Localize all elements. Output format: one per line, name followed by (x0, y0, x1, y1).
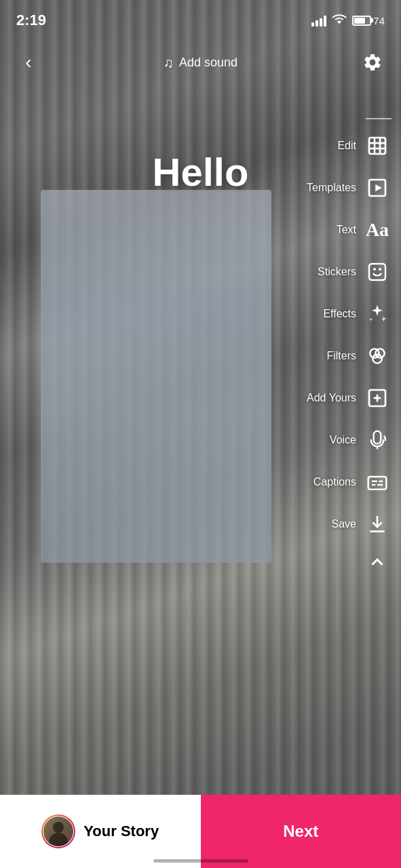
gear-icon (362, 52, 383, 73)
text-icon: Aa (363, 216, 392, 244)
templates-label: Templates (307, 182, 356, 194)
music-icon: ♫ (164, 55, 174, 71)
signal-icon (311, 14, 326, 26)
save-label: Save (332, 518, 356, 530)
save-icon (363, 510, 392, 538)
toolbar-save-item[interactable]: Save (328, 503, 396, 545)
captions-label: Captions (313, 476, 356, 488)
add-sound-label: Add sound (179, 56, 237, 70)
addyours-icon (363, 384, 392, 412)
back-button[interactable]: ‹ (14, 47, 43, 77)
battery-icon: 74 (352, 15, 385, 26)
right-toolbar: Edit Templates Text Aa Stickers (303, 115, 396, 576)
svg-point-12 (373, 354, 381, 363)
separator (366, 118, 392, 119)
status-time: 2:19 (16, 12, 46, 29)
edit-icon (363, 132, 392, 160)
effects-label: Effects (323, 308, 356, 320)
your-story-label: Your Story (83, 823, 159, 840)
settings-button[interactable] (358, 47, 387, 77)
back-arrow-icon: ‹ (25, 52, 31, 73)
status-icons: 74 (311, 13, 385, 28)
chevron-up-button[interactable] (363, 548, 392, 576)
avatar-ring (41, 814, 75, 848)
toolbar-filters-item[interactable]: Filters (322, 335, 396, 377)
voice-label: Voice (330, 434, 356, 446)
avatar (43, 816, 73, 846)
next-button[interactable]: Next (201, 795, 402, 868)
next-label: Next (283, 822, 318, 841)
svg-rect-17 (368, 477, 387, 490)
edit-label: Edit (337, 140, 356, 152)
your-story-button[interactable]: Your Story (0, 795, 201, 868)
text-label: Text (337, 224, 356, 236)
addyours-label: Add Yours (307, 392, 356, 404)
svg-rect-0 (369, 138, 385, 154)
toolbar-edit-item[interactable]: Edit (333, 125, 396, 167)
captions-icon (363, 468, 392, 496)
toolbar-voice-item[interactable]: Voice (326, 419, 396, 461)
toolbar-stickers-item[interactable]: Stickers (313, 251, 396, 293)
svg-rect-7 (369, 264, 385, 280)
toolbar-effects-item[interactable]: Effects (319, 293, 396, 335)
wifi-icon (332, 13, 347, 28)
voice-icon (363, 426, 392, 454)
bottom-bar: Your Story Next (0, 795, 401, 868)
templates-icon (363, 174, 392, 202)
effects-icon (363, 300, 392, 328)
status-bar: 2:19 74 (0, 0, 401, 41)
top-bar: ‹ ♫ Add sound (0, 41, 401, 84)
avatar-person (43, 816, 73, 846)
svg-point-8 (373, 268, 376, 271)
toolbar-text-item[interactable]: Text Aa (332, 209, 396, 251)
battery-percent: 74 (373, 15, 385, 26)
svg-point-9 (379, 268, 381, 271)
home-indicator (153, 859, 248, 863)
stickers-icon (363, 258, 392, 286)
add-sound-button[interactable]: ♫ Add sound (164, 55, 237, 71)
filters-icon (363, 342, 392, 370)
svg-point-11 (375, 349, 384, 357)
toolbar-captions-item[interactable]: Captions (309, 461, 396, 503)
stickers-label: Stickers (318, 266, 356, 278)
toolbar-templates-item[interactable]: Templates (303, 167, 396, 209)
svg-marker-6 (375, 184, 381, 192)
toolbar-addyours-item[interactable]: Add Yours (303, 377, 396, 419)
filters-label: Filters (326, 350, 356, 362)
